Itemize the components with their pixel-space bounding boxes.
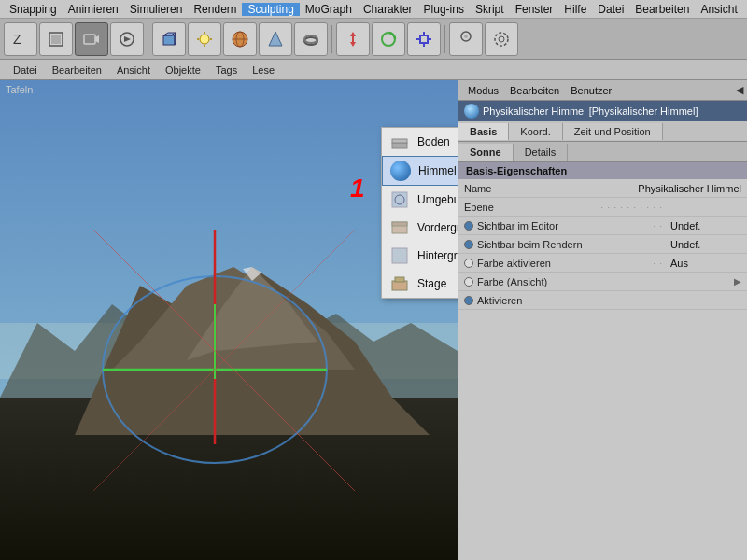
- prop-row-sichtbar-render: Sichtbar beim Rendern · · Undef.: [458, 235, 747, 254]
- prop-value-name[interactable]: Physikalischer Himmel: [634, 183, 741, 194]
- svg-point-30: [495, 33, 508, 46]
- tab-zeit-position[interactable]: Zeit und Position: [563, 123, 663, 140]
- radio-farbe-ansicht[interactable]: [464, 277, 473, 287]
- svg-text:Z: Z: [13, 32, 21, 47]
- dropdown-item-boden[interactable]: Boden: [382, 128, 458, 156]
- right-top-toolbar: Modus Bearbeiten Benutzer ◀: [458, 80, 747, 101]
- menu-hilfe[interactable]: Hilfe: [558, 3, 592, 16]
- toolbar: Z: [0, 19, 747, 60]
- menu-sculpting[interactable]: Sculpting: [242, 3, 299, 16]
- radio-aktivieren[interactable]: [464, 296, 473, 305]
- dropdown-item-stage[interactable]: Stage: [382, 270, 458, 298]
- right-panel: Modus Bearbeiten Benutzer ◀ Physikalisch…: [458, 80, 747, 560]
- main-area: Tafeln: [0, 80, 747, 560]
- toolbar-cone[interactable]: [259, 22, 292, 56]
- right-bearbeiten[interactable]: Bearbeiten: [504, 85, 565, 96]
- dropdown-item-umgebung[interactable]: Umgebung: [382, 186, 458, 214]
- radio-sichtbar-editor[interactable]: [464, 221, 473, 231]
- toolbar2-bearbeiten[interactable]: Bearbeiten: [45, 64, 109, 76]
- object-header: Physikalischer Himmel [Physikalischer Hi…: [458, 101, 747, 121]
- svg-rect-3: [84, 35, 95, 44]
- svg-point-31: [499, 36, 504, 42]
- tab-sonne[interactable]: Sonne: [458, 144, 514, 161]
- menu-bearbeiten[interactable]: Bearbeiten: [629, 3, 695, 16]
- svg-rect-51: [392, 222, 407, 226]
- separator-1: [148, 25, 148, 53]
- svg-marker-9: [175, 33, 176, 45]
- menu-charakter[interactable]: Charakter: [358, 3, 418, 16]
- properties-section: Basis-Eigenschaften Name · · · · · · · ·…: [458, 162, 747, 560]
- dropdown-left: Boden Himmel Umgebung: [381, 127, 458, 299]
- dropdown-item-vordergrund[interactable]: Vordergrund: [382, 214, 458, 242]
- separator-3: [444, 25, 445, 53]
- bg-icon: [389, 245, 410, 266]
- menu-mograph[interactable]: MoGraph: [300, 3, 358, 16]
- prop-row-aktivieren: Aktivieren: [458, 291, 747, 310]
- toolbar2-tags[interactable]: Tags: [208, 64, 245, 76]
- toolbar-sphere[interactable]: [223, 22, 257, 56]
- object-tab-row2: Sonne Details: [458, 142, 747, 162]
- toolbar-brush[interactable]: [449, 22, 483, 56]
- menu-animieren[interactable]: Animieren: [63, 3, 124, 16]
- toolbar2-ansicht[interactable]: Ansicht: [109, 64, 158, 76]
- dropdown-item-hintergrund[interactable]: Hintergrund: [382, 242, 458, 270]
- fg-icon: [389, 217, 410, 238]
- prop-row-farbe-ansicht: Farbe (Ansicht) ▶: [458, 273, 747, 291]
- svg-marker-21: [350, 32, 356, 47]
- menu-ansicht[interactable]: Ansicht: [695, 3, 742, 16]
- dropdown-item-himmel[interactable]: Himmel: [382, 156, 458, 186]
- right-benutzer[interactable]: Benutzer: [565, 85, 617, 96]
- svg-rect-48: [392, 192, 407, 207]
- menu-objekte[interactable]: Objekte: [743, 3, 747, 16]
- prop-dots-sr: · ·: [653, 240, 663, 249]
- prop-dots-ebene: · · · · · · · · · ·: [600, 203, 663, 212]
- menu-bar: Snapping Animieren Simulieren Rendern Sc…: [0, 0, 747, 19]
- floor-icon: [389, 132, 410, 152]
- toolbar-undo[interactable]: Z: [4, 22, 37, 56]
- toolbar-move[interactable]: [336, 22, 370, 56]
- svg-point-10: [200, 35, 209, 44]
- toolbar-cube[interactable]: [152, 22, 186, 56]
- toolbar2-datei[interactable]: Datei: [6, 64, 45, 76]
- prop-dots-fa: · ·: [653, 259, 663, 268]
- toolbar-torus[interactable]: [294, 22, 328, 56]
- annotation-1: 1: [350, 174, 365, 203]
- toolbar2-objekte[interactable]: Objekte: [158, 64, 208, 76]
- toolbar-select[interactable]: [39, 22, 73, 56]
- toolbar2-lese[interactable]: Lese: [245, 64, 282, 76]
- menu-rendern[interactable]: Rendern: [188, 3, 242, 16]
- toolbar-anim[interactable]: [110, 22, 144, 56]
- toolbar-scale[interactable]: [407, 22, 441, 56]
- tab-details[interactable]: Details: [514, 144, 569, 161]
- menu-fenster[interactable]: Fenster: [510, 3, 559, 16]
- section-header: Basis-Eigenschaften: [458, 162, 747, 179]
- viewport-label: Tafeln: [6, 84, 33, 95]
- prop-label-name: Name: [464, 183, 578, 194]
- toolbar-brush2[interactable]: [485, 22, 518, 56]
- environ-icon: [389, 189, 410, 210]
- radio-farbe-aktivieren[interactable]: [464, 259, 473, 268]
- tab-basis[interactable]: Basis: [458, 123, 509, 140]
- right-modus[interactable]: Modus: [462, 85, 504, 96]
- svg-point-29: [464, 35, 468, 38]
- prop-dots-name: · · · · · · · ·: [582, 184, 631, 193]
- toolbar-camera[interactable]: [75, 22, 108, 56]
- menu-plugins[interactable]: Plug-ins: [418, 3, 470, 16]
- prop-row-farbe-aktivieren: Farbe aktivieren · · Aus: [458, 254, 747, 273]
- menu-skript[interactable]: Skript: [470, 3, 510, 16]
- sky-icon: [390, 161, 411, 181]
- toolbar-light[interactable]: [188, 22, 221, 56]
- menu-simulieren[interactable]: Simulieren: [124, 3, 189, 16]
- viewport[interactable]: Tafeln: [0, 80, 458, 560]
- toolbar-rotate[interactable]: [372, 22, 405, 56]
- prop-label-ebene: Ebene: [464, 202, 597, 213]
- radio-sichtbar-render[interactable]: [464, 240, 473, 249]
- menu-datei[interactable]: Datei: [592, 3, 629, 16]
- prop-row-ebene: Ebene · · · · · · · · · ·: [458, 198, 747, 217]
- prop-value-sichtbar-render: Undef.: [667, 239, 741, 250]
- toolbar2: Datei Bearbeiten Ansicht Objekte Tags Le…: [0, 60, 747, 80]
- stage-icon: [389, 273, 410, 294]
- menu-snapping[interactable]: Snapping: [4, 3, 63, 16]
- tab-koord[interactable]: Koord.: [509, 123, 562, 140]
- prop-arrow-farbe[interactable]: ▶: [734, 276, 741, 287]
